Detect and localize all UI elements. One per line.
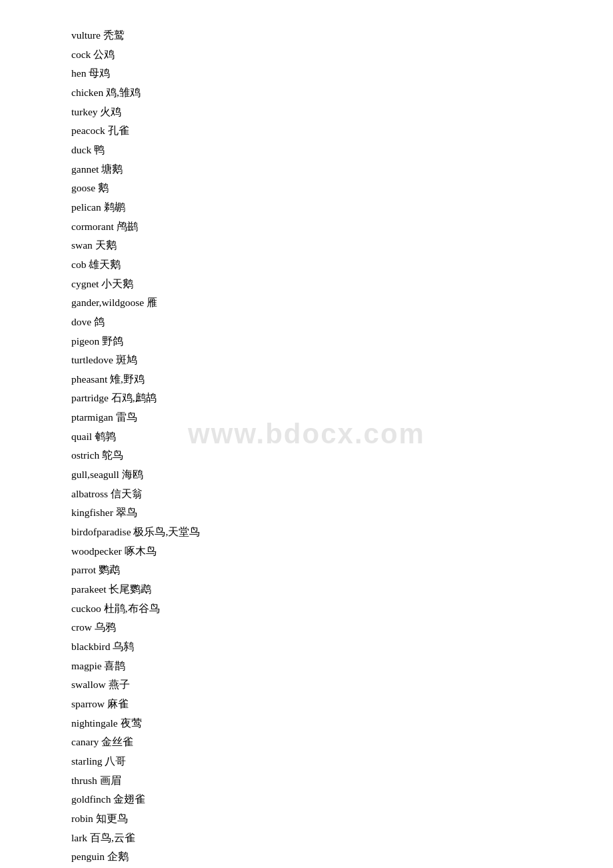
- list-item: sparrow 麻雀: [71, 695, 542, 713]
- list-item: gull,seagull 海鸥: [71, 466, 542, 484]
- list-item: swallow 燕子: [71, 676, 542, 694]
- list-item: lark 百鸟,云雀: [71, 829, 542, 847]
- list-item: cob 雄天鹅: [71, 256, 542, 274]
- list-item: thrush 画眉: [71, 772, 542, 790]
- list-item: cuckoo 杜鹃,布谷鸟: [71, 600, 542, 618]
- list-item: pheasant 雉,野鸡: [71, 371, 542, 389]
- list-item: turtledove 斑鸠: [71, 351, 542, 369]
- list-item: woodpecker 啄木鸟: [71, 543, 542, 561]
- list-item: dove 鸽: [71, 313, 542, 331]
- list-item: starling 八哥: [71, 753, 542, 771]
- list-item: robin 知更鸟: [71, 810, 542, 828]
- list-item: canary 金丝雀: [71, 733, 542, 751]
- list-item: kingfisher 翠鸟: [71, 504, 542, 522]
- list-item: turkey 火鸡: [71, 103, 542, 121]
- list-item: gannet 塘鹅: [71, 161, 542, 179]
- list-item: parakeet 长尾鹦鹉: [71, 581, 542, 599]
- list-item: swan 天鹅: [71, 237, 542, 255]
- word-list: vulture 秃鹫cock 公鸡hen 母鸡chicken 鸡,雏鸡turke…: [71, 27, 542, 866]
- list-item: hen 母鸡: [71, 65, 542, 83]
- list-item: cormorant 鸬鹚: [71, 218, 542, 236]
- list-item: blackbird 乌鸫: [71, 638, 542, 656]
- list-item: penguin 企鹅: [71, 848, 542, 866]
- list-item: goose 鹅: [71, 179, 542, 197]
- list-item: partridge 石鸡,鹧鸪: [71, 389, 542, 407]
- list-item: crow 乌鸦: [71, 619, 542, 637]
- list-item: birdofparadise 极乐鸟,天堂鸟: [71, 523, 542, 541]
- list-item: pigeon 野鸽: [71, 333, 542, 351]
- list-item: albatross 信天翁: [71, 485, 542, 503]
- list-item: cock 公鸡: [71, 46, 542, 64]
- list-item: ptarmigan 雷鸟: [71, 409, 542, 427]
- list-item: vulture 秃鹫: [71, 27, 542, 45]
- list-item: ostrich 鸵鸟: [71, 447, 542, 465]
- list-item: duck 鸭: [71, 141, 542, 159]
- list-item: nightingale 夜莺: [71, 715, 542, 733]
- list-item: gander,wildgoose 雁: [71, 294, 542, 312]
- content-area: vulture 秃鹫cock 公鸡hen 母鸡chicken 鸡,雏鸡turke…: [0, 0, 613, 868]
- list-item: magpie 喜鹊: [71, 657, 542, 675]
- list-item: peacock 孔雀: [71, 122, 542, 140]
- list-item: chicken 鸡,雏鸡: [71, 84, 542, 102]
- list-item: quail 鹌鹑: [71, 428, 542, 446]
- list-item: parrot 鹦鹉: [71, 561, 542, 579]
- list-item: pelican 鹈鹕: [71, 199, 542, 217]
- list-item: goldfinch 金翅雀: [71, 791, 542, 809]
- list-item: cygnet 小天鹅: [71, 275, 542, 293]
